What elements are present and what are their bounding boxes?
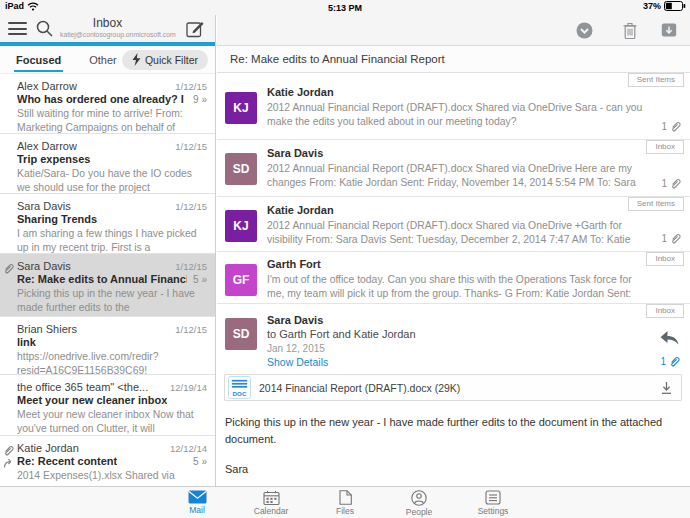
- battery-percent: 37%: [643, 1, 661, 11]
- message-sender: Sara Davis: [267, 314, 323, 326]
- tab-files[interactable]: Files: [308, 487, 382, 518]
- message-body: Picking this up in the new year - I have…: [225, 414, 670, 478]
- paperclip-icon: [3, 445, 14, 456]
- folder-badge: Inbox: [646, 140, 684, 154]
- trash-icon[interactable]: [622, 22, 638, 40]
- sender: Alex Darrow: [17, 140, 77, 152]
- avatar: SD: [225, 318, 257, 350]
- preview: Katie/Sara- Do you have the IO codes we …: [17, 167, 207, 193]
- tab-settings[interactable]: Settings: [456, 487, 530, 518]
- files-icon: [339, 490, 352, 505]
- triage-icon[interactable]: [576, 22, 593, 39]
- subject: link: [17, 336, 36, 348]
- sender: Katie Jordan: [17, 442, 79, 454]
- tab-calendar[interactable]: Calendar: [234, 487, 308, 518]
- settings-icon: [485, 490, 501, 505]
- message-collapsed[interactable]: Inbox SD Sara Davis 2012 Annual Financia…: [217, 139, 690, 196]
- compose-icon[interactable]: [186, 19, 205, 38]
- avatar: KJ: [225, 210, 257, 242]
- device-label: iPad: [5, 1, 24, 11]
- sender: Brian Shiers: [17, 323, 77, 335]
- reading-pane: Re: Make edits to Annual Financial Repor…: [217, 15, 690, 486]
- paperclip-icon: [670, 121, 681, 132]
- preview: https://onedrive.live.com/redir?resid=A1…: [17, 350, 207, 374]
- message-sender: Katie Jordan: [267, 86, 334, 98]
- message-preview: I'm out of the office today. Can you sha…: [267, 273, 651, 301]
- paperclip-icon: [670, 178, 681, 189]
- battery-icon: [664, 1, 686, 11]
- message-preview: 2012 Annual Financial Report (DRAFT).doc…: [267, 162, 651, 190]
- wifi-icon: [27, 2, 39, 11]
- message-expanded: Inbox SD Sara Davis to Garth Fort and Ka…: [217, 303, 690, 486]
- paperclip-icon: [669, 356, 680, 367]
- sender: Sara Davis: [17, 200, 71, 212]
- sender: Sara Davis: [17, 260, 71, 272]
- tab-focused[interactable]: Focused: [14, 48, 63, 72]
- tab-mail[interactable]: Mail: [160, 487, 234, 518]
- preview: I am sharing a few things I have picked …: [17, 227, 207, 253]
- message-recipients: to Garth Fort and Katie Jordan: [267, 328, 416, 340]
- tab-label: Mail: [189, 505, 205, 515]
- subject: Meet your new cleaner inbox: [17, 394, 167, 406]
- folder-badge: Sent Items: [628, 73, 684, 87]
- message-collapsed[interactable]: Sent Items KJ Katie Jordan 2012 Annual F…: [217, 73, 690, 139]
- attachment-count: 1: [661, 121, 681, 132]
- list-item[interactable]: the office 365 team" <the...12/19/14 Mee…: [0, 374, 215, 435]
- list-item[interactable]: Brian Shiers1/12/15 link https://onedriv…: [0, 316, 215, 374]
- message-sender: Sara Davis: [267, 147, 323, 159]
- ios-status-bar: iPad 5:13 PM 37%: [0, 0, 690, 15]
- subject: Re: Make edits to Annual Financial...: [17, 273, 187, 285]
- show-details-link[interactable]: Show Details: [267, 356, 328, 368]
- list-item[interactable]: Katie Jordan12/12/14 Re: Recent content5…: [0, 435, 215, 481]
- subject: Trip expenses: [17, 153, 90, 165]
- date: 1/12/15: [175, 81, 207, 92]
- outlook-ipad-app: iPad 5:13 PM 37% Inbox: [0, 0, 690, 518]
- menu-icon[interactable]: [8, 22, 27, 39]
- folder-badge: Inbox: [646, 304, 684, 318]
- list-item[interactable]: Alex Darrow1/12/15 Who has ordered one a…: [0, 74, 215, 133]
- mailbox-header: Inbox katiej@contosogroup.onmicrosoft.co…: [0, 15, 215, 42]
- tab-label: Files: [336, 506, 354, 516]
- thread-count: 9 »: [193, 94, 207, 105]
- attachment-count: 1: [661, 233, 681, 244]
- paperclip-icon: [670, 233, 681, 244]
- conversation-subject: Re: Make edits to Annual Financial Repor…: [217, 46, 690, 73]
- email-list: Alex Darrow1/12/15 Who has ordered one a…: [0, 74, 215, 481]
- tab-label: People: [406, 507, 432, 517]
- attachment-count: 1: [661, 178, 681, 189]
- date: 1/12/15: [175, 141, 207, 152]
- people-icon: [411, 490, 427, 506]
- tab-other[interactable]: Other: [89, 54, 117, 66]
- preview: 2014 Expenses(1).xlsx Shared via: [17, 469, 207, 481]
- message-sender: Katie Jordan: [267, 204, 334, 216]
- date: 12/19/14: [170, 382, 207, 393]
- folder-badge: Inbox: [646, 252, 684, 266]
- download-icon[interactable]: [660, 381, 673, 395]
- quick-filter-button[interactable]: Quick Filter: [122, 50, 208, 70]
- svg-text:DOC: DOC: [233, 390, 247, 397]
- list-item[interactable]: Sara Davis1/12/15 Sharing Trends I am sh…: [0, 193, 215, 253]
- attachment-count: 1: [660, 356, 680, 367]
- subject: Sharing Trends: [17, 213, 97, 225]
- tab-people[interactable]: People: [382, 487, 456, 518]
- lightning-icon: [132, 53, 141, 66]
- message-collapsed[interactable]: Sent Items KJ Katie Jordan 2012 Annual F…: [217, 196, 690, 251]
- folder-badge: Sent Items: [628, 197, 684, 211]
- app-tab-bar: Mail Calendar Files: [0, 486, 690, 518]
- message-collapsed[interactable]: Inbox GF Garth Fort I'm out of the offic…: [217, 251, 690, 303]
- forwarded-icon: [3, 458, 14, 468]
- attachment-item[interactable]: DOC 2014 Financial Report (DRAFT).docx (…: [224, 374, 682, 401]
- date: 1/12/15: [175, 324, 207, 335]
- reply-icon[interactable]: [659, 330, 680, 345]
- mailbox-title: Inbox: [60, 16, 155, 30]
- list-item-selected[interactable]: Sara Davis1/12/15 Re: Make edits to Annu…: [0, 253, 215, 316]
- message-list-pane: Inbox katiej@contosogroup.onmicrosoft.co…: [0, 15, 216, 486]
- list-item[interactable]: Alex Darrow1/12/15 Trip expenses Katie/S…: [0, 133, 215, 193]
- account-email: katiej@contosogroup.onmicrosoft.com: [60, 31, 155, 38]
- archive-icon[interactable]: [661, 22, 677, 38]
- search-icon[interactable]: [35, 19, 54, 38]
- date: 1/12/15: [175, 201, 207, 212]
- thread-count: 5 »: [193, 274, 207, 285]
- sender: Alex Darrow: [17, 80, 77, 92]
- doc-file-icon: DOC: [228, 376, 251, 399]
